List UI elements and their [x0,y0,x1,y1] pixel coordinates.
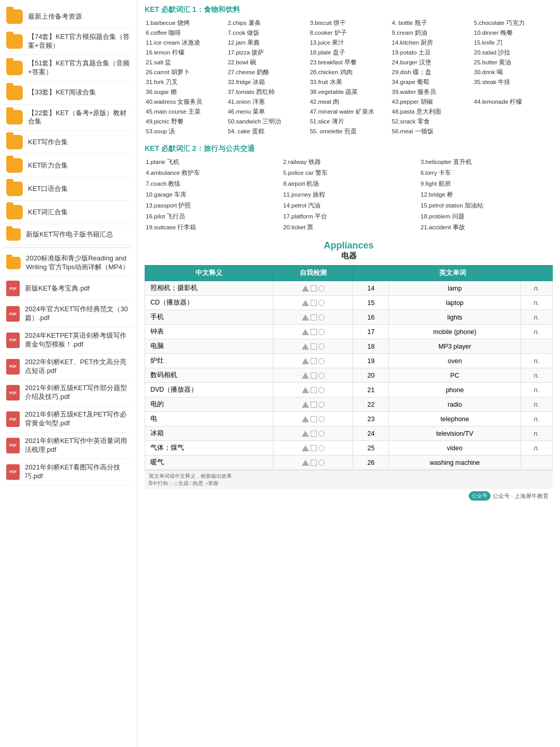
pdf-icon: PDF [6,306,20,322]
vocab-item: 4.ambulance 救护车 [145,169,278,177]
chinese-cell: 电的 [145,397,273,412]
table-row: 手机16lightsn. [145,310,553,325]
vocab-item: 17.pizza 披萨 [227,48,306,57]
folder-icon [6,205,23,219]
pdf-icon: PDF [6,359,20,375]
pos-cell: n. [521,354,552,368]
file-item[interactable]: PDF2022年剑桥KET、PET作文高分亮点短语.pdf [4,354,133,380]
file-label: 2024年KETPET英语剑桥考级写作黄金句型模板！.pdf [25,331,131,349]
left-panel: 最新上传备考资源【74套】KET官方模拟题合集（答案+音频）【51套】KET官方… [0,0,137,747]
file-item[interactable]: PDF2024年官方KET写作经典范文（30篇）.pdf [4,301,133,327]
file-item[interactable]: PDF2021年剑桥KET写作中英语量词用法梳理.pdf [4,433,133,459]
square-symbol [311,402,317,408]
vocab-item [473,107,553,116]
number-cell: 21 [353,383,389,397]
folder-item[interactable]: 新版KET写作电子版书籍汇总 [4,224,133,245]
pdf-icon: PDF [6,438,20,453]
vocab-item: 17.platform 平台 [282,212,415,221]
file-label: 新版KET备考宝典.pdf [25,284,90,293]
vocab-item: 21.salt 盐 [145,58,225,67]
folder-item[interactable]: 最新上传备考资源 [4,5,133,29]
circle-symbol [318,431,325,437]
symbols-cell [273,310,353,325]
folder-label: 新版KET写作电子版书籍汇总 [26,230,113,239]
vocab-item: 23.breakfast 早餐 [309,58,388,67]
folder-item[interactable]: KET听力合集 [4,154,133,177]
folder-icon [6,158,23,173]
folder-icon [6,135,23,149]
table-row: CD（播放器）15laptopn. [145,296,553,310]
file-item[interactable]: PDF2021年剑桥KET看图写作高分技巧.pdf [4,459,133,486]
folder-item[interactable]: KET写作合集 [4,131,133,154]
english-cell: lamp [389,281,521,296]
symbols-cell [273,325,353,339]
vocab-item: 9.cream 奶油 [391,29,471,37]
vocab-item: 14.kitchen 厨房 [391,38,471,47]
number-cell: 26 [353,455,389,470]
vocab-item: 9.fight 航班 [419,179,553,188]
chinese-cell: 冰箱 [145,426,273,441]
pos-cell: n. [521,383,552,397]
folder-label: 【51套】KET官方真题合集（音频+答案） [28,59,131,77]
vocab-item: 5.police car 警车 [282,169,415,177]
english-cell: video [389,441,521,455]
vocab-item: 31.fork 刀叉 [145,78,225,87]
vocab-item: 27.cheese 奶酪 [227,68,306,77]
vocab-item: 13.passport 护照 [145,201,278,210]
file-item[interactable]: PDF2021年剑桥五级KET写作部分题型介绍及技巧.pdf [4,380,133,406]
triangle-symbol [302,402,309,408]
pos-cell: n. [521,310,552,325]
pos-cell: n. [521,441,552,455]
triangle-symbol [302,372,309,379]
vocab-item: 38.vegetable 蔬菜 [309,88,388,96]
square-symbol [311,387,317,393]
vocab-item: 12.jam 果酱 [227,38,306,47]
file-item[interactable]: 2020标准版和青少版Reading and Writing 官方Tips动画详… [4,250,133,276]
file-label: 2024年官方KET写作经典范文（30篇）.pdf [25,305,131,323]
circle-symbol [318,300,325,306]
folder-item[interactable]: KET词汇合集 [4,201,133,224]
folder-item[interactable]: 【33套】KET阅读合集 [4,81,133,105]
file-item[interactable]: PDF2021年剑桥五级KET及PET写作必背黄金句型.pdf [4,406,133,433]
table-row: 暖气26washing machine [145,455,553,470]
folder-item[interactable]: 【51套】KET官方真题合集（音频+答案） [4,55,133,81]
triangle-symbol [302,329,309,335]
folder-icon [6,257,21,269]
table-row: 冰箱24television/TVn. [145,426,553,441]
vocab-item: 20.ticket 票 [282,223,415,232]
folder-icon [6,9,23,24]
vocab-item: 15.petrol station 加油站 [419,201,553,210]
pos-cell: n. [521,397,552,412]
folder-item[interactable]: 【22套】KET（备考+原版）教材合集 [4,105,133,131]
file-label: 2021年剑桥五级KET及PET写作必背黄金句型.pdf [25,410,131,428]
folder-item[interactable]: 【74套】KET官方模拟题合集（答案+音频） [4,29,133,55]
file-item[interactable]: PDF2024年KETPET英语剑桥考级写作黄金句型模板！.pdf [4,327,133,354]
vocab-item: 1.barbecue 烧烤 [145,19,225,27]
vocab-item: 37.tomato 西红柿 [227,88,306,96]
vocab-item: 4. bottle 瓶子 [391,19,471,27]
english-cell: MP3 player [389,339,521,354]
table-header: 中文释义 [145,266,273,281]
vocab-item: 16.pilot 飞行员 [145,212,278,221]
vocab-item: 53.soup 汤 [145,127,225,136]
triangle-symbol [302,416,309,422]
chinese-cell: 数码相机 [145,368,273,383]
table-row: 钟表17mobile (phone)n. [145,325,553,339]
square-symbol [311,460,317,466]
folder-icon [6,86,23,100]
folder-icon [6,34,23,49]
number-cell: 22 [353,397,389,412]
file-item[interactable]: PDF新版KET备考宝典.pdf [4,276,133,301]
pos-cell: n. [521,296,552,310]
folder-item[interactable]: KET口语合集 [4,177,133,201]
table-row: 电脑18MP3 player [145,339,553,354]
vocab-item: 11.journey 旅程 [282,190,415,199]
vocab-item: 47.mineral water 矿泉水 [309,107,388,116]
vocab-item: 39.waiter 服务员 [391,88,471,96]
number-cell: 14 [353,281,389,296]
vocab-item: 51.slice 薄片 [309,117,388,126]
square-symbol [311,416,317,422]
vocab-item: 14.petrol 汽油 [282,201,415,210]
square-symbol [311,445,317,451]
vocab-item: 48.pasta 意大利面 [391,107,471,116]
